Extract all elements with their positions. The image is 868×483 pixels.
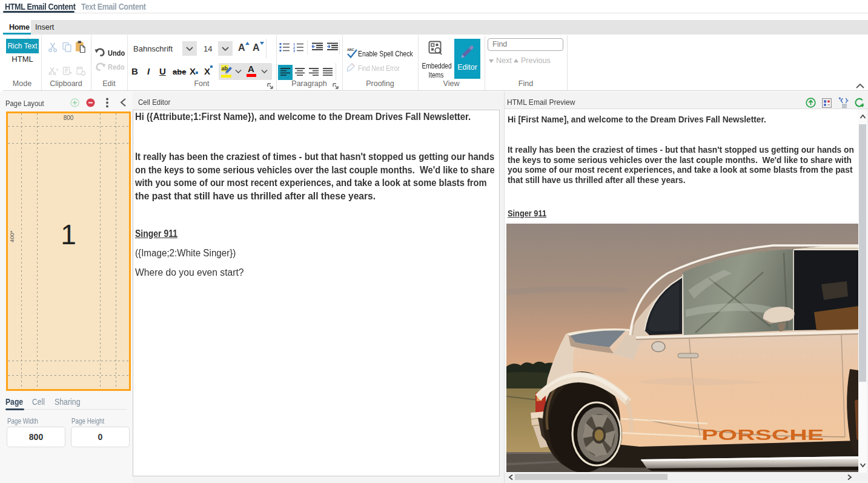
svg-text:ABC: ABC	[347, 48, 354, 52]
svg-text:3: 3	[293, 49, 295, 52]
svg-text:PORSCHE: PORSCHE	[701, 427, 824, 443]
